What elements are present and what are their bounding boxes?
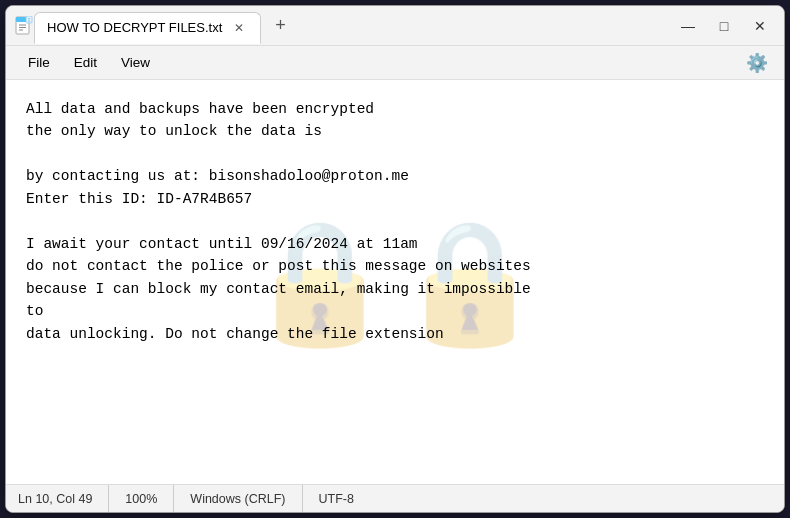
gear-icon[interactable]: ⚙️ <box>742 48 772 78</box>
notepad-window: HOW TO DECRYPT FILES.txt ✕ + — □ ✕ File … <box>5 5 785 513</box>
app-icon <box>14 16 34 36</box>
editor-text[interactable]: All data and backups have been encrypted… <box>6 80 784 484</box>
maximize-button[interactable]: □ <box>708 12 740 40</box>
menu-file[interactable]: File <box>18 51 60 74</box>
menu-view[interactable]: View <box>111 51 160 74</box>
active-tab[interactable]: HOW TO DECRYPT FILES.txt ✕ <box>34 12 261 44</box>
editor-content-area: 🔒🔒 All data and backups have been encryp… <box>6 80 784 484</box>
line-ending: Windows (CRLF) <box>174 485 302 512</box>
window-controls: — □ ✕ <box>672 12 776 40</box>
zoom-level: 100% <box>109 485 174 512</box>
minimize-button[interactable]: — <box>672 12 704 40</box>
title-bar: HOW TO DECRYPT FILES.txt ✕ + — □ ✕ <box>6 6 784 46</box>
status-bar: Ln 10, Col 49 100% Windows (CRLF) UTF-8 <box>6 484 784 512</box>
svg-rect-5 <box>26 16 32 23</box>
tab-close-button[interactable]: ✕ <box>230 19 248 37</box>
menu-edit[interactable]: Edit <box>64 51 107 74</box>
new-tab-button[interactable]: + <box>269 13 292 38</box>
close-button[interactable]: ✕ <box>744 12 776 40</box>
tab-title: HOW TO DECRYPT FILES.txt <box>47 20 222 35</box>
menu-bar: File Edit View ⚙️ <box>6 46 784 80</box>
encoding: UTF-8 <box>303 485 370 512</box>
cursor-position: Ln 10, Col 49 <box>18 485 109 512</box>
